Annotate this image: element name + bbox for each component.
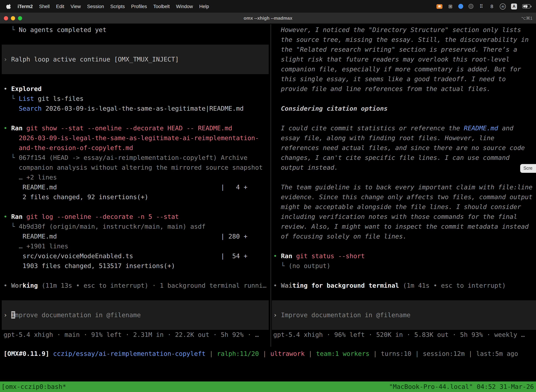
terminal-line: • Explored bbox=[4, 84, 270, 94]
tmux-status-bar: [omx-cczip0:bash* "MacBook-Pro-44.local"… bbox=[0, 382, 536, 392]
menu-item-toolbelt[interactable]: Toolbelt bbox=[150, 4, 173, 9]
terminal-line bbox=[4, 271, 270, 281]
terminal-line: and-the-erosion-of-copyleft.md bbox=[4, 143, 270, 153]
charging-bolt-icon bbox=[525, 4, 528, 9]
left-prompt-input[interactable]: › Improve documentation in @filename bbox=[2, 300, 269, 330]
figure-eight-icon[interactable]: 8 bbox=[489, 4, 494, 9]
window-shortcut-badge: ⌥⌘1 bbox=[521, 16, 532, 21]
terminal-line: • Ran git status --short bbox=[273, 251, 536, 261]
dark-app-icon[interactable] bbox=[469, 4, 474, 9]
terminal-line: companion file, especially if more comme… bbox=[273, 64, 536, 74]
terminal-line bbox=[273, 241, 536, 251]
omx-status-bar: [OMX#0.11.9] cczip/essay/ai-reimplementa… bbox=[4, 349, 536, 359]
terminal-line: the source tree, missing the essay. Stil… bbox=[273, 35, 536, 45]
terminal-line: companion analysis without altering the … bbox=[4, 163, 270, 173]
terminal-line bbox=[4, 74, 270, 84]
terminal-line: essay file, along with finding root file… bbox=[273, 133, 536, 143]
terminal-line: 1903 files changed, 513517 insertions(+) bbox=[4, 261, 270, 271]
gauge-icon[interactable]: .61 bbox=[500, 3, 506, 9]
blue-app-icon[interactable] bbox=[458, 4, 463, 9]
terminal-line: └ No agents completed yet bbox=[4, 25, 270, 35]
minimize-window-button[interactable] bbox=[11, 16, 15, 20]
screen-recording-indicator[interactable] bbox=[436, 4, 442, 9]
terminal-line: might be acceptable alongside the file l… bbox=[273, 202, 536, 212]
terminal-line: [OMX#0.11.9] cczip/essay/ai-reimplementa… bbox=[4, 349, 536, 359]
right-prompt-input[interactable]: › Improve documentation in @filename bbox=[272, 300, 536, 330]
terminal-line: README.md | 4 + bbox=[4, 182, 270, 192]
zoom-window-button[interactable] bbox=[18, 16, 22, 20]
terminal-line: 2026-03-09-is-legal-the-same-as-legitima… bbox=[4, 133, 270, 143]
terminal-line bbox=[273, 94, 536, 104]
terminal-line: The team guideline is to back every impo… bbox=[273, 182, 536, 192]
menu-bar: iTerm2 Shell Edit View Session Scripts P… bbox=[0, 0, 536, 13]
terminal-line: • Waiting for background terminal (1m 41… bbox=[273, 281, 536, 290]
terminal-line: the "Related research writing" section i… bbox=[273, 45, 536, 54]
terminal-line bbox=[4, 202, 270, 212]
left-scrollback-top: └ No agents completed yet bbox=[4, 25, 270, 45]
terminal-line: └ List git ls-files bbox=[4, 94, 270, 104]
terminal-line: evidence. Since this change only affects… bbox=[273, 192, 536, 202]
terminal-line: └ 067f154 (HEAD -> essay/ai-reimplementa… bbox=[4, 153, 270, 163]
screen: iTerm2 Shell Edit View Session Scripts P… bbox=[0, 0, 536, 392]
left-scrollback: • Explored └ List git ls-files Search 20… bbox=[4, 74, 270, 290]
close-window-button[interactable] bbox=[4, 16, 8, 20]
dots-grid-icon[interactable]: ⠿ bbox=[479, 4, 484, 9]
left-agent-status-line: gpt-5.4 xhigh · main · 91% left · 2.31M … bbox=[4, 330, 270, 340]
apple-menu-icon[interactable] bbox=[6, 4, 12, 9]
menubar-status-icons: ⊞ ⠿ 8 .61 A bbox=[436, 3, 532, 9]
terminal-line: … +1901 lines bbox=[4, 241, 270, 251]
terminal-line bbox=[273, 271, 536, 281]
terminal-line: › Improve documentation in @filename bbox=[4, 310, 141, 320]
menu-item-shell[interactable]: Shell bbox=[36, 4, 53, 9]
terminal-line bbox=[4, 113, 270, 123]
grid-icon[interactable]: ⊞ bbox=[448, 4, 453, 9]
terminal-line: Search 2026-03-09-is-legal-the-same-as-l… bbox=[4, 104, 270, 113]
terminal-line: … +2 lines bbox=[4, 173, 270, 182]
menu-item-view[interactable]: View bbox=[67, 4, 84, 9]
terminal-line: references need actual files, and since … bbox=[273, 143, 536, 153]
terminal-line: of focusing solely on file lines. bbox=[273, 232, 536, 241]
terminal-line: • Ran git show --stat --oneline --decora… bbox=[4, 123, 270, 133]
terminal-line: › Ralph loop active continue [OMX_TMUX_I… bbox=[4, 54, 179, 64]
terminal-line: slight risk that future readers may over… bbox=[273, 54, 536, 64]
terminal-line: output instead. bbox=[273, 163, 536, 173]
screen-edge-tab[interactable]: Scre bbox=[520, 164, 536, 173]
left-terminal-pane[interactable]: └ No agents completed yet › Ralph loop a… bbox=[0, 24, 270, 340]
terminal-line: changes, I can't cite specific file line… bbox=[273, 153, 536, 163]
terminal-line: 2 files changed, 92 insertions(+) bbox=[4, 192, 270, 202]
menu-item-help[interactable]: Help bbox=[196, 4, 212, 9]
terminal-line: src/voice/voiceModeEnabled.ts | 54 + bbox=[4, 251, 270, 261]
menu-item-scripts[interactable]: Scripts bbox=[107, 4, 128, 9]
terminal-area: └ No agents completed yet › Ralph loop a… bbox=[0, 24, 536, 392]
ralph-loop-banner: › Ralph loop active continue [OMX_TMUX_I… bbox=[2, 45, 269, 74]
terminal-line: this single essay, it seems like a good … bbox=[273, 74, 536, 84]
terminal-line bbox=[273, 113, 536, 123]
terminal-line: README.md | 280 + bbox=[4, 232, 270, 241]
window-titlebar: omx --xhigh --madmax ⌥⌘1 bbox=[0, 13, 536, 24]
window-title: omx --xhigh --madmax bbox=[0, 15, 536, 21]
menu-item-iterm2[interactable]: iTerm2 bbox=[14, 4, 36, 9]
menu-item-profiles[interactable]: Profiles bbox=[128, 4, 150, 9]
terminal-line: └ (no output) bbox=[273, 261, 536, 271]
terminal-line: gpt-5.4 xhigh · main · 91% left · 2.31M … bbox=[4, 330, 270, 340]
left-prompt-input-text: › Improve documentation in @filename bbox=[4, 310, 141, 320]
terminal-line bbox=[4, 35, 270, 45]
terminal-line bbox=[273, 173, 536, 182]
terminal-line: • Ran git log --oneline --decorate -n 5 … bbox=[4, 212, 270, 222]
tmux-host-clock-label: "MacBook-Pro-44.local" 04:52 31-Mar-26 bbox=[389, 382, 536, 392]
right-prompt-input-text: › Improve documentation in @filename bbox=[273, 310, 411, 320]
input-source-icon[interactable]: A bbox=[511, 3, 517, 9]
terminal-line: I could cite commit statistics or refere… bbox=[273, 123, 536, 133]
terminal-line: provide file and line references from th… bbox=[273, 84, 536, 94]
ralph-loop-banner-text: › Ralph loop active continue [OMX_TMUX_I… bbox=[4, 54, 179, 64]
terminal-line: including verification notes with those … bbox=[273, 212, 536, 222]
terminal-line: • Working (11m 13s • esc to interrupt) ·… bbox=[4, 281, 270, 290]
terminal-line: gpt-5.4 xhigh · 96% left · 520K in · 5.8… bbox=[273, 330, 536, 340]
menu-item-window[interactable]: Window bbox=[173, 4, 196, 9]
terminal-line: └ 4b9d30f (origin/main, instructkr/main,… bbox=[4, 222, 270, 232]
right-terminal-pane[interactable]: However, I noticed the "Directory Struct… bbox=[271, 24, 536, 340]
menu-item-edit[interactable]: Edit bbox=[53, 4, 67, 9]
battery-charging-icon[interactable] bbox=[522, 5, 530, 9]
menu-item-session[interactable]: Session bbox=[84, 4, 107, 9]
omx-status-line: [OMX#0.11.9] cczip/essay/ai-reimplementa… bbox=[4, 349, 536, 359]
